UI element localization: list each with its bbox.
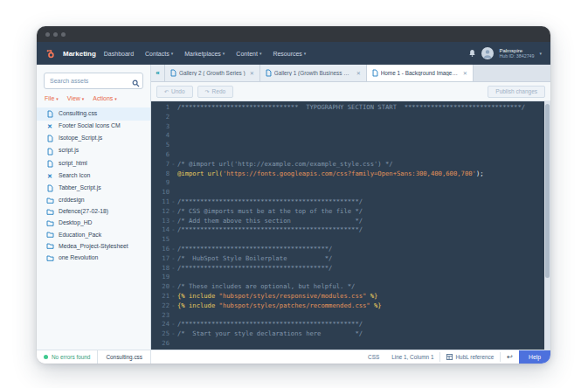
menu-view[interactable]: View▾ xyxy=(67,95,85,101)
editor-scrollbar-thumb[interactable] xyxy=(545,104,550,278)
line-number: 21 xyxy=(151,292,169,301)
status-bar: No errors found Consulting.css CSS Line … xyxy=(37,350,550,364)
search-input[interactable] xyxy=(44,73,143,89)
file-item[interactable]: Consulting.css xyxy=(37,107,150,121)
undo-button[interactable]: ↶ Undo xyxy=(156,86,193,98)
fold-marker xyxy=(169,113,177,122)
file-item-label: Footer Social Icons CM xyxy=(59,122,147,129)
code-text xyxy=(177,150,550,160)
nav-item-label: Resources xyxy=(273,51,301,57)
file-item[interactable]: crddesign xyxy=(37,195,150,206)
menu-file[interactable]: File▾ xyxy=(45,95,59,101)
nav-item-marketplaces[interactable]: Marketplaces▾ xyxy=(184,51,225,57)
code-line: 8@import url('https://fonts.googleapis.c… xyxy=(151,170,550,179)
file-item[interactable]: one Revolution xyxy=(37,253,150,264)
nav-item-dashboard[interactable]: Dashboard xyxy=(104,51,134,57)
line-number: 4 xyxy=(151,131,169,141)
code-text: /***************************************… xyxy=(177,225,550,235)
window-close-icon[interactable] xyxy=(45,32,50,37)
close-icon[interactable]: ✕ xyxy=(463,70,467,76)
window-minimize-icon[interactable] xyxy=(53,32,58,37)
keyboard-shortcuts-button[interactable]: ↩ xyxy=(501,350,519,364)
code-text: /* Start your style declarations here */ xyxy=(177,329,550,339)
editor-scrollbar[interactable] xyxy=(544,101,550,350)
code-text xyxy=(177,339,550,349)
nav-item-label: Contacts xyxy=(145,51,169,57)
window-zoom-icon[interactable] xyxy=(61,32,66,37)
tab-label: Home 1 - Background Image (Gro... xyxy=(381,70,459,76)
code-text: /***************************************… xyxy=(177,320,550,329)
file-item-label: Education_Pack xyxy=(59,232,147,239)
file-icon xyxy=(45,110,54,118)
file-item[interactable]: script_html xyxy=(37,157,150,170)
code-text: {% include "hubspot/styles/patches/recom… xyxy=(177,301,550,311)
fold-marker: - xyxy=(169,217,177,226)
tab-label: Gallery 2 ( Growth Series ) xyxy=(179,70,246,76)
avatar[interactable] xyxy=(481,47,494,59)
code-line: 10 xyxy=(151,188,550,197)
file-item[interactable]: Isotope_Script.js xyxy=(37,132,150,145)
open-file-tab[interactable]: Consulting.css xyxy=(97,350,151,364)
fold-marker xyxy=(169,103,177,113)
code-line: 24-/************************************… xyxy=(151,320,550,329)
redo-button[interactable]: ↷ Redo xyxy=(197,86,234,98)
code-text xyxy=(177,188,550,197)
editor-tab[interactable]: Gallery 1 (Growth Business Pack)✕ xyxy=(260,65,367,81)
chevron-down-icon: ▾ xyxy=(171,51,174,56)
help-label: Help xyxy=(529,354,541,360)
code-line: 16-/************************************… xyxy=(151,245,550,254)
file-item[interactable]: Defence(27-02-18) xyxy=(37,206,150,218)
tabs-scroll-left-button[interactable]: « xyxy=(151,65,165,81)
file-item[interactable]: Tabber_Script.js xyxy=(37,182,150,195)
chevron-down-icon: ▾ xyxy=(223,51,225,56)
main-area: File▾View▾Actions▾ Consulting.css✕Footer… xyxy=(37,65,550,350)
line-number: 25 xyxy=(151,329,169,339)
line-number: 6 xyxy=(151,150,169,160)
file-item[interactable]: script.js xyxy=(37,145,150,158)
file-item[interactable]: Education_Pack xyxy=(37,229,150,240)
close-icon[interactable]: ✕ xyxy=(356,70,361,76)
fold-marker: - xyxy=(169,225,177,235)
brand-label[interactable]: Marketing xyxy=(63,50,96,58)
code-text: @import url('https://fonts.googleapis.co… xyxy=(177,170,550,179)
file-item[interactable]: Desktop_HD xyxy=(37,218,150,229)
nav-right-cluster: Palmspire Hub ID: 3842749 ▾ xyxy=(468,47,542,59)
file-item[interactable]: Medea_Project-Stylesheet xyxy=(37,240,150,252)
file-item-label: Consulting.css xyxy=(59,110,147,117)
top-navbar: Marketing DashboardContacts▾Marketplaces… xyxy=(37,42,550,65)
code-line: 20-/* These includes are optional, but h… xyxy=(151,282,550,292)
help-button[interactable]: Help xyxy=(519,350,550,364)
nav-items: DashboardContacts▾Marketplaces▾Content▾R… xyxy=(104,51,307,57)
publish-changes-button[interactable]: Publish changes xyxy=(488,86,545,98)
fold-marker: - xyxy=(169,292,177,301)
code-line: 2 xyxy=(151,113,550,122)
file-item[interactable]: ✕Footer Social Icons CM xyxy=(37,121,150,133)
code-editor[interactable]: 1/******************************* TYPOGR… xyxy=(151,101,550,350)
notifications-bell-icon[interactable] xyxy=(468,49,476,58)
redo-icon: ↷ xyxy=(205,88,210,94)
file-item-label: script_html xyxy=(59,160,147,167)
search-icon[interactable] xyxy=(132,75,140,91)
nav-item-resources[interactable]: Resources▾ xyxy=(273,51,306,57)
line-number: 18 xyxy=(151,264,169,274)
fold-marker: - xyxy=(169,160,177,170)
code-text xyxy=(177,235,550,245)
close-icon[interactable]: ✕ xyxy=(250,70,254,76)
code-line: 12-/* CSS @imports must be at the top of… xyxy=(151,207,550,217)
code-text: /* CSS @imports must be at the top of th… xyxy=(177,207,550,217)
hubl-reference-button[interactable]: HubL reference xyxy=(440,350,500,364)
account-info[interactable]: Palmspire Hub ID: 3842749 xyxy=(499,48,534,59)
fold-marker xyxy=(169,170,177,179)
code-line: 22-{% include "hubspot/styles/patches/re… xyxy=(151,301,550,311)
editor-tab[interactable]: Gallery 2 ( Growth Series )✕ xyxy=(165,65,260,81)
hubspot-sprocket-icon[interactable] xyxy=(45,49,55,59)
nav-item-content[interactable]: Content▾ xyxy=(236,51,261,57)
folder-icon xyxy=(45,220,54,226)
file-item[interactable]: ✕Search Icon xyxy=(37,170,150,183)
menu-actions[interactable]: Actions▾ xyxy=(93,95,116,101)
editor-tab[interactable]: Home 1 - Background Image (Gro...✕ xyxy=(367,65,474,81)
chevron-down-icon[interactable]: ▾ xyxy=(539,51,542,56)
error-status-label: No errors found xyxy=(52,354,90,360)
code-line: 3 xyxy=(151,122,550,132)
nav-item-contacts[interactable]: Contacts▾ xyxy=(145,51,173,57)
